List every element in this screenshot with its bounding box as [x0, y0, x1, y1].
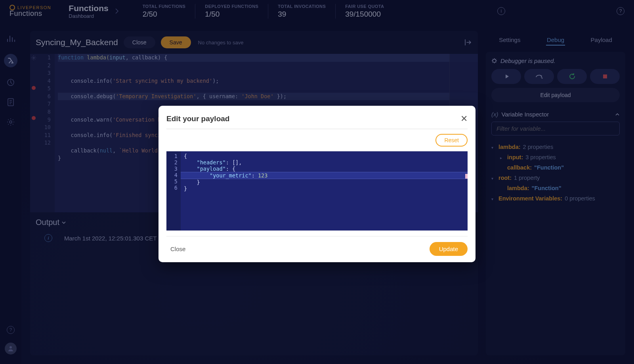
cursor-icon [465, 174, 468, 179]
modal-close-icon[interactable]: ✕ [460, 114, 468, 124]
modal-backdrop[interactable]: Edit your payload ✕ Reset 123456 { "head… [0, 0, 634, 364]
edit-payload-modal: Edit your payload ✕ Reset 123456 { "head… [158, 106, 476, 262]
modal-close-button[interactable]: Close [166, 243, 189, 255]
modal-title: Edit your payload [166, 114, 229, 123]
update-button[interactable]: Update [430, 242, 468, 256]
reset-button[interactable]: Reset [435, 134, 468, 147]
payload-editor[interactable]: 123456 { "headers": [], "payload": { "yo… [166, 151, 468, 231]
